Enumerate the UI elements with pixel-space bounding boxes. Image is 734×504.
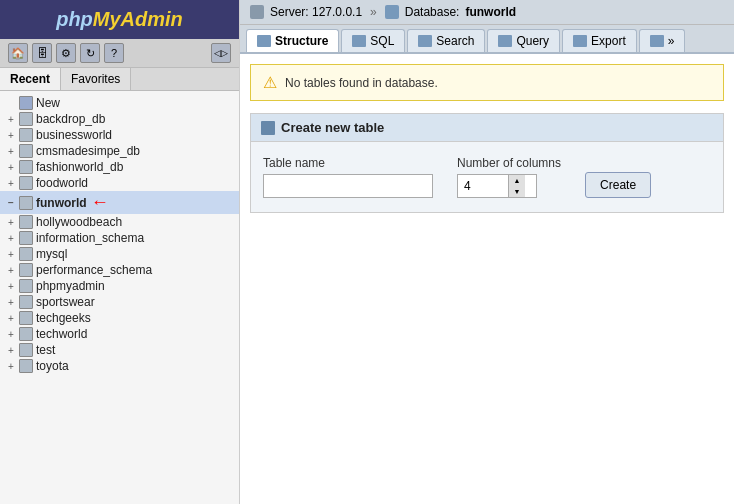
create-table-icon — [261, 121, 275, 135]
tree-expand-icon: − — [4, 196, 18, 210]
tree-db-icon — [19, 327, 33, 341]
tab-query[interactable]: Query — [487, 29, 560, 52]
warning-icon: ⚠ — [263, 73, 277, 92]
tree-expand-icon: + — [4, 247, 18, 261]
help-icon[interactable]: ? — [104, 43, 124, 63]
tab-more[interactable]: » — [639, 29, 686, 52]
tree-item-foodworld[interactable]: +foodworld — [0, 175, 239, 191]
tree-label: foodworld — [36, 176, 88, 190]
tab-sql[interactable]: SQL — [341, 29, 405, 52]
tree-db-icon — [19, 96, 33, 110]
tree-label: businessworld — [36, 128, 112, 142]
tree-expand-icon: + — [4, 215, 18, 229]
tree-db-icon — [19, 128, 33, 142]
structure-tab-icon — [257, 35, 271, 47]
sidebar: phpMyAdmin 🏠 🗄 ⚙ ↻ ? ◁▷ Recent Favorites… — [0, 0, 240, 504]
more-tab-label: » — [668, 34, 675, 48]
tree-expand-icon: + — [4, 128, 18, 142]
tree-label: cmsmadesimpe_db — [36, 144, 140, 158]
tree-db-icon — [19, 144, 33, 158]
tree-db-icon — [19, 263, 33, 277]
tree-label: backdrop_db — [36, 112, 105, 126]
search-tab-label: Search — [436, 34, 474, 48]
database-icon — [385, 5, 399, 19]
sidebar-tab-bar: Recent Favorites — [0, 68, 239, 91]
breadcrumb-bar: Server: 127.0.0.1 » Database: funworld — [240, 0, 734, 25]
tab-structure[interactable]: Structure — [246, 29, 339, 52]
create-table-button[interactable]: Create — [585, 172, 651, 198]
export-tab-icon — [573, 35, 587, 47]
breadcrumb-sep: » — [370, 5, 377, 19]
structure-tab-label: Structure — [275, 34, 328, 48]
tree-item-mysql[interactable]: +mysql — [0, 246, 239, 262]
no-tables-text: No tables found in database. — [285, 76, 438, 90]
tree-item-funworld[interactable]: −funworld ← — [0, 191, 239, 214]
tree-expand-icon: + — [4, 311, 18, 325]
tree-item-information-schema[interactable]: +information_schema — [0, 230, 239, 246]
tree-item-performance-schema[interactable]: +performance_schema — [0, 262, 239, 278]
logo-myadmin: MyAdmin — [93, 8, 183, 30]
num-columns-label: Number of columns — [457, 156, 561, 170]
settings-icon[interactable]: ⚙ — [56, 43, 76, 63]
tree-label: hollywoodbeach — [36, 215, 122, 229]
tree-expand-icon: + — [4, 160, 18, 174]
tree-item-techgeeks[interactable]: +techgeeks — [0, 310, 239, 326]
tree-item-cmsmadesimpe-db[interactable]: +cmsmadesimpe_db — [0, 143, 239, 159]
tree-label: performance_schema — [36, 263, 152, 277]
tree-expand-icon — [4, 96, 18, 110]
sidebar-toolbar: 🏠 🗄 ⚙ ↻ ? ◁▷ — [0, 39, 239, 68]
selected-arrow-icon: ← — [91, 192, 109, 213]
tab-recent[interactable]: Recent — [0, 68, 61, 90]
spin-up-button[interactable]: ▲ — [509, 175, 525, 186]
tab-favorites[interactable]: Favorites — [61, 68, 131, 90]
tab-search[interactable]: Search — [407, 29, 485, 52]
main-panel: Server: 127.0.0.1 » Database: funworld S… — [240, 0, 734, 504]
create-table-form: Table name Number of columns ▲ ▼ Create — [251, 142, 723, 212]
sql-tab-label: SQL — [370, 34, 394, 48]
app-logo: phpMyAdmin — [0, 0, 239, 39]
query-tab-icon — [498, 35, 512, 47]
num-spinners: ▲ ▼ — [508, 175, 525, 197]
tree-expand-icon: + — [4, 359, 18, 373]
tree-item-phpmyadmin[interactable]: +phpmyadmin — [0, 278, 239, 294]
tree-label: techworld — [36, 327, 87, 341]
spin-down-button[interactable]: ▼ — [509, 186, 525, 197]
server-label: Server: 127.0.0.1 — [270, 5, 362, 19]
num-columns-group: Number of columns ▲ ▼ — [457, 156, 561, 198]
database-name: funworld — [465, 5, 516, 19]
db-icon-btn[interactable]: 🗄 — [32, 43, 52, 63]
export-tab-label: Export — [591, 34, 626, 48]
tree-item-hollywoodbeach[interactable]: +hollywoodbeach — [0, 214, 239, 230]
tree-label: toyota — [36, 359, 69, 373]
tree-item-fashionworld-db[interactable]: +fashionworld_db — [0, 159, 239, 175]
collapse-icon[interactable]: ◁▷ — [211, 43, 231, 63]
tree-db-icon — [19, 112, 33, 126]
table-name-group: Table name — [263, 156, 433, 198]
num-columns-input[interactable] — [458, 175, 508, 197]
tree-item-test[interactable]: +test — [0, 342, 239, 358]
logo-php: php — [56, 8, 93, 30]
tree-label: sportswear — [36, 295, 95, 309]
tree-item-toyota[interactable]: +toyota — [0, 358, 239, 374]
sync-icon[interactable]: ↻ — [80, 43, 100, 63]
tab-export[interactable]: Export — [562, 29, 637, 52]
tree-item-techworld[interactable]: +techworld — [0, 326, 239, 342]
more-tab-icon — [650, 35, 664, 47]
table-name-input[interactable] — [263, 174, 433, 198]
tree-item-backdrop-db[interactable]: +backdrop_db — [0, 111, 239, 127]
query-tab-label: Query — [516, 34, 549, 48]
search-tab-icon — [418, 35, 432, 47]
tree-item-businessworld[interactable]: +businessworld — [0, 127, 239, 143]
tree-expand-icon: + — [4, 112, 18, 126]
tree-label: New — [36, 96, 60, 110]
tree-db-icon — [19, 196, 33, 210]
create-table-title: Create new table — [281, 120, 384, 135]
tree-expand-icon: + — [4, 176, 18, 190]
tree-item-sportswear[interactable]: +sportswear — [0, 294, 239, 310]
tree-item-New[interactable]: New — [0, 95, 239, 111]
database-tree: New+backdrop_db+businessworld+cmsmadesim… — [0, 91, 239, 504]
create-table-header: Create new table — [251, 114, 723, 142]
tree-db-icon — [19, 215, 33, 229]
home-icon[interactable]: 🏠 — [8, 43, 28, 63]
tree-db-icon — [19, 343, 33, 357]
